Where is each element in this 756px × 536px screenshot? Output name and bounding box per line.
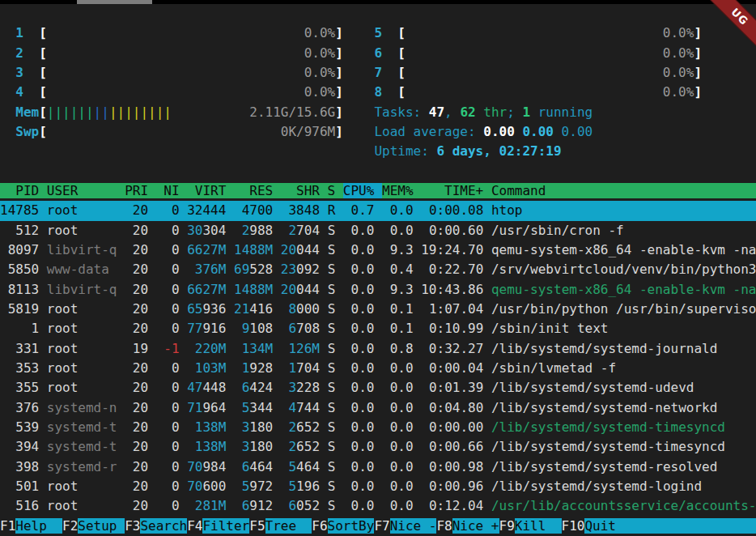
cell-ni: 0 — [156, 380, 188, 395]
spacer — [273, 202, 281, 218]
process-row-pid-1[interactable]: 1 root 20 0 77916 9108 6708 S 0.0 0.1 0:… — [0, 319, 756, 338]
process-row-pid-331[interactable]: 331 root 19 -1 220M 134M 126M S 0.0 0.8 … — [0, 339, 756, 359]
column-header-virt[interactable]: VIRT — [187, 183, 234, 198]
process-row-pid-14785[interactable]: 14785 root 20 0 32444 4700 3848 R 0.7 0.… — [0, 201, 756, 220]
meter-label: 3 — [15, 65, 39, 80]
meter-bracket-close: ] — [694, 65, 702, 80]
spacer — [320, 262, 328, 277]
meter-label: 1 — [15, 25, 39, 40]
cpu-meter-row-4: 4 [ 0.0%] 8 [ 0.0%] — [0, 83, 756, 102]
process-row-pid-355[interactable]: 355 root 20 0 47448 6424 3228 S 0.0 0.0 … — [0, 378, 756, 398]
cell-cpu-percent: 0.0 — [343, 419, 382, 435]
column-header-pid[interactable]: PID — [0, 183, 47, 198]
cell-mem-percent: 0.0 — [382, 223, 421, 238]
fkey-label: Nice - — [390, 518, 437, 534]
mem-value-high: 77 — [187, 321, 202, 336]
spacer — [234, 360, 242, 376]
cell-time: 0:00.08 — [421, 202, 491, 218]
process-row-pid-8113[interactable]: 8113 libvirt-q 20 0 6627M 1488M 20044 S … — [0, 280, 756, 300]
cell-ni: 0 — [156, 479, 188, 494]
cell-state: S — [328, 223, 343, 238]
column-header-res[interactable]: RES — [234, 183, 281, 198]
process-table-header: PID USER PRI NI VIRT RES SHR S CPU% MEM%… — [0, 181, 756, 201]
fkey-kill[interactable]: F9Kill — [499, 518, 562, 534]
process-row-pid-512[interactable]: 512 root 20 0 30304 2988 2704 S 0.0 0.0 … — [0, 221, 756, 240]
process-row-pid-539[interactable]: 539 systemd-t 20 0 138M 3180 2652 S 0.0 … — [0, 418, 756, 437]
cell-cpu-percent: 0.0 — [343, 321, 382, 336]
mem-value-high: 5 — [242, 400, 250, 415]
fkey-label: Kill — [515, 518, 562, 534]
process-row-pid-5819[interactable]: 5819 root 20 0 65936 21416 8000 S 0.0 0.… — [0, 300, 756, 319]
cell-ni: 0 — [156, 439, 188, 454]
mem-value-low: 044 — [296, 242, 320, 257]
spacer — [343, 25, 375, 40]
spacer — [234, 400, 242, 415]
spacer — [343, 104, 375, 120]
cell-time: 0:12.04 — [421, 498, 491, 513]
process-row-pid-516[interactable]: 516 root 20 0 281M 6912 6052 S 0.0 0.0 0… — [0, 496, 756, 516]
spacer — [0, 45, 15, 61]
column-header-shr[interactable]: SHR — [281, 183, 328, 198]
mem-value-high: 2 — [242, 223, 250, 238]
fkey-sortby[interactable]: F6SortBy — [312, 518, 374, 534]
column-header-ni[interactable]: NI — [156, 183, 188, 198]
column-header-pri[interactable]: PRI — [125, 183, 156, 198]
mem-value-high: 2 — [288, 223, 296, 238]
mem-value-high: 6 — [288, 498, 296, 513]
fkey-label: SortBy — [328, 518, 375, 534]
fkey-help[interactable]: F1Help — [0, 518, 62, 534]
cell-cpu-percent: 0.0 — [343, 341, 382, 356]
cell-user: libvirt-q — [47, 242, 125, 257]
mem-value-high: 6 — [288, 321, 296, 336]
process-row-pid-398[interactable]: 398 systemd-r 20 0 70984 6464 5464 S 0.0… — [0, 457, 756, 477]
column-header-mem[interactable]: MEM% — [382, 183, 421, 198]
spacer — [187, 419, 195, 435]
fkey-search[interactable]: F3Search — [125, 518, 187, 534]
process-row-pid-8097[interactable]: 8097 libvirt-q 20 0 6627M 1488M 20044 S … — [0, 240, 756, 260]
mem-value-low: 180 — [249, 419, 273, 435]
fkey-filter[interactable]: F4Filter — [187, 518, 249, 534]
process-row-pid-353[interactable]: 353 root 20 0 103M 1928 1704 S 0.0 0.0 0… — [0, 359, 756, 378]
cell-cpu-percent: 0.0 — [343, 380, 382, 395]
column-header-command[interactable]: Command — [491, 183, 756, 198]
fkey-nice-[interactable]: F8Nice + — [436, 518, 499, 534]
spacer — [273, 282, 281, 297]
meter-bracket-open: [ — [39, 104, 47, 120]
load-average-1min: 0.00 — [483, 124, 522, 139]
mem-value-high: 6 — [242, 459, 250, 474]
column-header-user[interactable]: USER — [47, 183, 125, 198]
htop-terminal: 1 [ 0.0%] 5 [ 0.0%] 2 [ 0.0%] 6 [ 0.0%] … — [0, 4, 756, 536]
fkey-key: F10 — [562, 518, 585, 534]
process-row-pid-5850[interactable]: 5850 www-data 20 0 376M 69528 23092 S 0.… — [0, 260, 756, 279]
mem-value-low: 344 — [249, 400, 273, 415]
spacer — [226, 262, 234, 277]
mem-value-high: 70 — [187, 459, 202, 474]
column-header-s[interactable]: S — [328, 183, 343, 198]
fkey-setup[interactable]: F2Setup — [62, 518, 125, 534]
mem-value-low: 652 — [296, 439, 320, 454]
htop-screen: 1 [ 0.0%] 5 [ 0.0%] 2 [ 0.0%] 6 [ 0.0%] … — [0, 0, 756, 536]
fkey-nice-[interactable]: F7Nice - — [374, 518, 436, 534]
mem-value-high: 32 — [187, 202, 202, 218]
cell-pid: 516 — [0, 498, 47, 513]
cell-time: 0:01.39 — [421, 380, 491, 395]
fkey-tree[interactable]: F5Tree — [249, 518, 312, 534]
process-row-pid-394[interactable]: 394 systemd-t 20 0 138M 3180 2652 S 0.0 … — [0, 437, 756, 457]
mem-value-low: 928 — [249, 360, 273, 376]
mem-value-low: 704 — [296, 360, 320, 376]
spacer — [226, 400, 234, 415]
spacer — [320, 439, 328, 454]
meter-bracket-open: [ — [397, 25, 406, 40]
fkey-key: F1 — [0, 518, 15, 534]
cell-pid: 501 — [0, 479, 47, 494]
column-header-time[interactable]: TIME+ — [421, 183, 491, 198]
process-row-pid-376[interactable]: 376 systemd-n 20 0 71964 5344 4744 S 0.0… — [0, 398, 756, 418]
column-header-cpu[interactable]: CPU% — [343, 183, 382, 198]
meter-bracket-close: ] — [694, 25, 702, 40]
fkey-quit[interactable]: F10Quit — [562, 518, 756, 534]
cpu2-percent: 0.0% — [304, 45, 336, 61]
cell-user: libvirt-q — [47, 282, 125, 297]
process-row-pid-501[interactable]: 501 root 20 0 70600 5972 5196 S 0.0 0.0 … — [0, 477, 756, 496]
tasks-running-text: running — [530, 104, 592, 120]
mem-value-low: 464 — [249, 459, 273, 474]
